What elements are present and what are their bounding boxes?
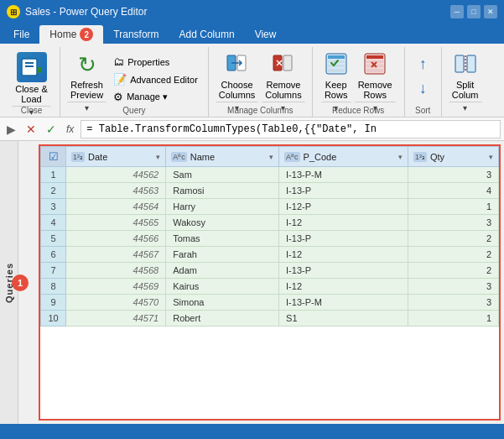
manage-button[interactable]: ⚙ Manage ▾ <box>110 89 201 105</box>
svg-rect-18 <box>366 60 383 63</box>
row-qty-cell: 1 <box>408 199 498 215</box>
row-name-cell: Adam <box>166 263 279 279</box>
row-qty-cell: 2 <box>408 247 498 263</box>
pcode-type-icon: Aᴮc <box>284 152 300 162</box>
ribbon-group-reduce-rows: KeepRows ▾ <box>313 47 405 117</box>
row-name-cell: Wakosy <box>166 215 279 231</box>
row-date-cell: 44571 <box>66 311 166 327</box>
tab-add-column[interactable]: Add Column <box>169 25 245 44</box>
row-num-cell: 2 <box>41 183 66 199</box>
row-name-cell: Kairus <box>166 279 279 295</box>
row-num-cell: 1 <box>41 167 66 183</box>
name-col-dropdown[interactable]: ▾ <box>269 153 273 161</box>
svg-rect-3 <box>38 67 41 72</box>
query-group-label: Query <box>60 106 208 115</box>
row-pcode-cell: I-13-P <box>279 263 408 279</box>
row-pcode-cell: I-13-P-M <box>279 167 408 183</box>
svg-rect-8 <box>283 55 292 71</box>
row-pcode-cell: I-13-P <box>279 183 408 199</box>
row-num-cell: 6 <box>41 247 66 263</box>
svg-rect-2 <box>25 65 34 67</box>
ribbon: Close &Load ▾ Close ↻ RefreshPreview ▾ 🗂 <box>0 44 504 118</box>
row-qty-cell: 2 <box>408 263 498 279</box>
keep-rows-button[interactable]: KeepRows ▾ <box>321 50 351 113</box>
row-qty-cell: 1 <box>408 311 498 327</box>
row-qty-cell: 3 <box>408 279 498 295</box>
advanced-editor-button[interactable]: 📝 Advanced Editor <box>110 71 201 87</box>
sort-asc-button[interactable]: ↑ <box>416 54 430 75</box>
choose-columns-top[interactable]: ChooseColumns <box>216 50 258 102</box>
remove-rows-top[interactable]: RemoveRows <box>355 50 396 102</box>
ribbon-group-query: ↻ RefreshPreview ▾ 🗂 Properties 📝 Advanc… <box>60 47 209 117</box>
close-load-icon-box <box>17 52 47 82</box>
close-group-label: Close <box>3 106 60 115</box>
minimize-button[interactable]: ─ <box>450 5 464 18</box>
remove-rows-label: RemoveRows <box>358 80 392 100</box>
manage-columns-group-label: Manage Columns <box>209 106 312 115</box>
row-name-cell: Ramosi <box>166 183 279 199</box>
table-row: 8 44569 Kairus I-12 3 <box>41 279 499 295</box>
tab-home[interactable]: Home 2 <box>39 25 103 44</box>
col-header-name: Aᴮc Name ▾ <box>166 147 279 167</box>
qty-col-dropdown[interactable]: ▾ <box>489 153 493 161</box>
formula-confirm-button[interactable]: ✓ <box>43 121 60 138</box>
row-num-cell: 10 <box>41 311 66 327</box>
choose-columns-button[interactable]: ChooseColumns ▾ <box>216 50 258 113</box>
qty-type-icon: 1²₃ <box>413 152 427 162</box>
split-column-dropdown[interactable]: ▾ <box>449 102 482 113</box>
svg-rect-12 <box>328 55 345 59</box>
pcode-col-label: P_Code <box>304 152 337 162</box>
svg-rect-7 <box>273 55 282 71</box>
remove-columns-button[interactable]: RemoveColumns ▾ <box>262 50 304 113</box>
close-load-top[interactable]: Close &Load <box>12 50 51 106</box>
maximize-button[interactable]: □ <box>467 5 481 18</box>
ribbon-group-close: Close &Load ▾ Close <box>3 47 60 117</box>
row-qty-cell: 3 <box>408 167 498 183</box>
split-column-top[interactable]: SplitColum <box>449 50 482 102</box>
ribbon-tabs: File Home 2 Transform Add Column View <box>0 24 504 44</box>
row-date-cell: 44565 <box>66 215 166 231</box>
row-name-cell: Harry <box>166 199 279 215</box>
close-button[interactable]: ✕ <box>484 5 497 18</box>
properties-button[interactable]: 🗂 Properties <box>110 54 201 70</box>
row-name-cell: Sam <box>166 167 279 183</box>
refresh-preview-button[interactable]: ↻ RefreshPreview ▾ <box>67 50 107 113</box>
header-checkbox-icon[interactable]: ☑ <box>49 150 59 163</box>
advanced-editor-icon: 📝 <box>113 73 127 86</box>
formula-expand-button[interactable]: ▶ <box>3 121 19 138</box>
table-row: 3 44564 Harry I-12-P 1 <box>41 199 499 215</box>
qty-col-label: Qty <box>430 152 444 162</box>
svg-rect-1 <box>25 62 34 64</box>
row-date-cell: 44570 <box>66 295 166 311</box>
name-type-icon: Aᴮc <box>171 152 187 162</box>
row-qty-cell: 4 <box>408 183 498 199</box>
row-pcode-cell: I-12 <box>279 279 408 295</box>
tab-view[interactable]: View <box>245 25 287 44</box>
manage-label: Manage ▾ <box>127 91 168 102</box>
date-col-dropdown[interactable]: ▾ <box>156 153 160 161</box>
pcode-col-dropdown[interactable]: ▾ <box>398 153 403 161</box>
tab-transform[interactable]: Transform <box>103 25 169 44</box>
row-date-cell: 44562 <box>66 167 166 183</box>
row-num-cell: 8 <box>41 279 66 295</box>
sort-desc-button[interactable]: ↓ <box>416 78 430 99</box>
remove-rows-button[interactable]: RemoveRows ▾ <box>355 50 396 113</box>
choose-columns-label: ChooseColumns <box>219 80 255 100</box>
split-column-button[interactable]: SplitColum ▾ <box>449 50 482 113</box>
table-row: 9 44570 Simona I-13-P-M 3 <box>41 295 499 311</box>
row-date-cell: 44567 <box>66 247 166 263</box>
row-date-cell: 44566 <box>66 231 166 247</box>
formula-input[interactable] <box>81 120 501 138</box>
tab-file[interactable]: File <box>3 25 39 44</box>
formula-cancel-button[interactable]: ✕ <box>23 121 39 138</box>
row-pcode-cell: I-12 <box>279 215 408 231</box>
keep-rows-top[interactable]: KeepRows <box>321 50 351 102</box>
table-row: 4 44565 Wakosy I-12 3 <box>41 215 499 231</box>
remove-columns-top[interactable]: RemoveColumns <box>262 50 304 102</box>
title-bar: ⊞ Sales - Power Query Editor ─ □ ✕ <box>0 0 504 24</box>
ribbon-group-sort: ↑ ↓ Sort <box>405 47 442 117</box>
svg-rect-14 <box>328 65 345 67</box>
reduce-rows-group-label: Reduce Rows <box>313 106 404 115</box>
refresh-preview-top[interactable]: ↻ RefreshPreview <box>67 50 107 102</box>
row-name-cell: Robert <box>166 311 279 327</box>
